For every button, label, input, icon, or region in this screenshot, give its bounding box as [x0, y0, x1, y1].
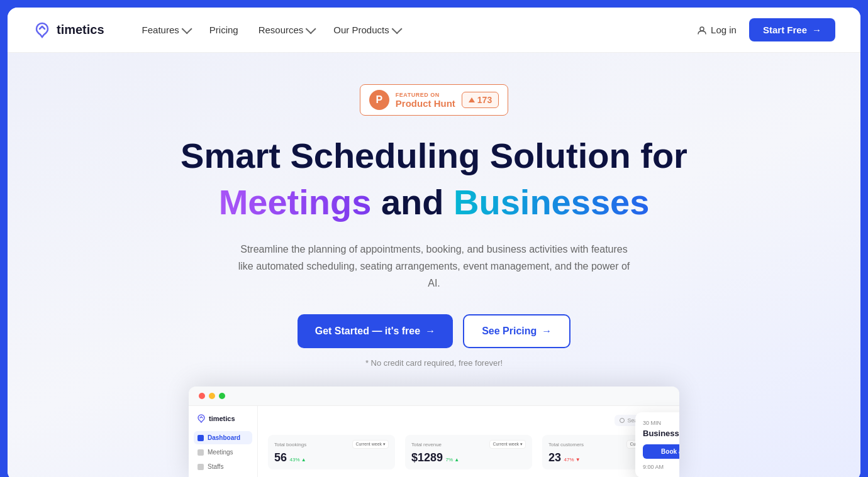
chevron-down-icon [391, 23, 402, 34]
chevron-down-icon [181, 23, 192, 34]
window-dot-red [199, 393, 205, 399]
get-started-button[interactable]: Get Started — it's free → [298, 314, 453, 348]
nav-resources[interactable]: Resources [259, 25, 314, 35]
hero-description: Streamline the planning of appointments,… [233, 241, 635, 292]
window-dot-yellow [209, 393, 215, 399]
hero-title-line2: Meetings and Businesses [219, 182, 650, 222]
upvote-icon [469, 97, 475, 102]
dash-nav-meetings[interactable]: Meetings [194, 446, 252, 459]
arrow-icon: → [812, 25, 821, 35]
logo-icon [33, 21, 52, 40]
dash-nav-staffs[interactable]: Staffs [194, 460, 252, 473]
see-pricing-button[interactable]: See Pricing → [463, 314, 570, 348]
dash-stats: Total bookings Current week ▾ 56 43% ▲ T… [268, 435, 669, 469]
login-link[interactable]: Log in [697, 25, 737, 35]
dash-brand: timetics [209, 415, 235, 422]
logo[interactable]: timetics [33, 21, 104, 40]
time-start: 9:00 AM [643, 464, 664, 470]
cta-buttons: Get Started — it's free → See Pricing → [298, 314, 571, 348]
stat-revenue-label: Total revenue Current week ▾ [411, 440, 526, 449]
and-word: and [381, 182, 453, 222]
dash-main: Search Total bookings Current week ▾ 56 [258, 406, 679, 477]
nav-right: Log in Start Free → [697, 18, 835, 41]
user-icon [697, 25, 707, 35]
dashboard-preview: timetics Dashboard Meetings Staffs [189, 387, 679, 477]
navbar: timetics Features Pricing Resources Our … [8, 8, 860, 53]
businesses-word: Businesses [453, 182, 649, 222]
ph-text: FEATURED ON Product Hunt [396, 92, 455, 109]
page-container: timetics Features Pricing Resources Our … [8, 8, 860, 477]
nav-links: Features Pricing Resources Our Products [142, 25, 698, 35]
ph-logo: P [369, 90, 389, 110]
book-appointment-button[interactable]: Book appointment [643, 444, 679, 459]
start-free-button[interactable]: Start Free → [749, 18, 835, 41]
consult-time: 9:00 AM 5:30 PM [643, 464, 679, 470]
arrow-icon: → [425, 326, 435, 337]
staffs-nav-icon [198, 464, 204, 470]
brand-name: timetics [57, 23, 104, 37]
meetings-word: Meetings [219, 182, 372, 222]
consult-badge: 30 MIN [643, 420, 679, 426]
nav-products[interactable]: Our Products [333, 25, 399, 35]
stat-bookings: Total bookings Current week ▾ 56 43% ▲ [268, 435, 395, 469]
stat-revenue: Total revenue Current week ▾ $1289 7% ▲ [405, 435, 532, 469]
dash-sidebar: timetics Dashboard Meetings Staffs [189, 406, 258, 477]
stat-bookings-label: Total bookings Current week ▾ [274, 440, 389, 449]
dash-nav-dashboard[interactable]: Dashboard [194, 431, 252, 444]
consultation-card: 30 MIN Business Consultation Book appoin… [635, 412, 679, 477]
dash-top-bar: Search [268, 414, 669, 427]
nav-pricing[interactable]: Pricing [209, 25, 238, 35]
no-credit-text: * No credit card required, free forever! [365, 358, 503, 368]
dash-titlebar [189, 387, 679, 406]
nav-features[interactable]: Features [142, 25, 189, 35]
consult-title: Business Consultation [643, 429, 679, 438]
dash-logo: timetics [194, 414, 252, 424]
search-icon [620, 418, 625, 423]
chevron-down-icon [306, 23, 316, 34]
window-dot-green [219, 393, 225, 399]
product-hunt-badge[interactable]: P FEATURED ON Product Hunt 173 [360, 84, 508, 116]
dashboard-nav-icon [198, 435, 204, 441]
arrow-icon: → [542, 326, 552, 337]
hero-section: P FEATURED ON Product Hunt 173 Smart Sch… [8, 53, 860, 477]
meetings-nav-icon [198, 449, 204, 456]
ph-upvote: 173 [462, 92, 499, 108]
hero-title-line1: Smart Scheduling Solution for [181, 136, 687, 176]
dash-body: timetics Dashboard Meetings Staffs [189, 406, 679, 477]
svg-point-0 [700, 27, 704, 31]
dash-logo-icon [196, 414, 206, 424]
